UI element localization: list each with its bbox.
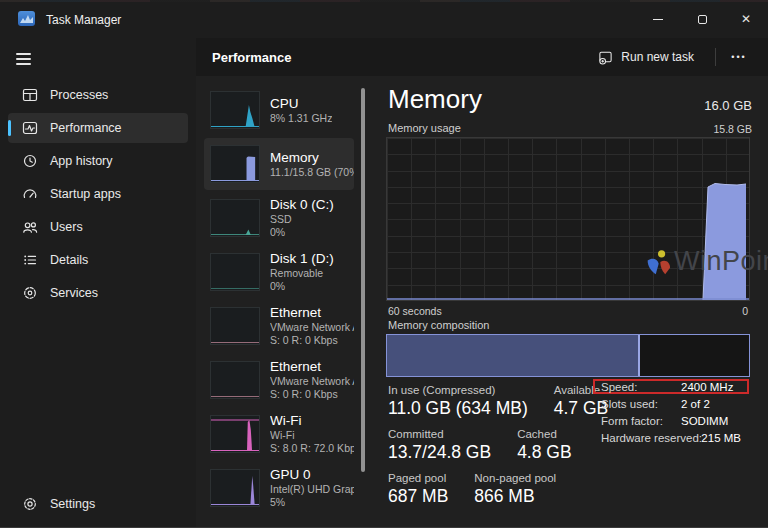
sidebar-item-app-history[interactable]: App history	[8, 146, 188, 176]
run-new-task-button[interactable]: Run new task	[588, 43, 704, 71]
gpu-mini-graph	[210, 469, 260, 507]
toolbar-divider	[715, 48, 716, 66]
run-new-task-label: Run new task	[621, 50, 694, 64]
sidebar-item-label: Users	[50, 220, 83, 234]
perf-item-title: Disk 0 (C:)	[270, 197, 334, 213]
perf-item-detail: 5%	[270, 496, 354, 509]
stat-paged-pool: Paged pool 687 MB	[388, 472, 448, 507]
perf-item-detail: 0%	[270, 226, 334, 239]
perf-item-cpu[interactable]: CPU 8% 1.31 GHz	[204, 84, 354, 136]
sidebar-item-processes[interactable]: Processes	[8, 80, 188, 110]
perf-item-ethernet-1[interactable]: Ethernet VMware Network Ad S: 0 R: 0 Kbp…	[204, 300, 354, 352]
perf-item-detail: Intel(R) UHD Graphi	[270, 483, 354, 496]
maximize-button[interactable]	[680, 2, 724, 36]
perf-item-title: Ethernet	[270, 359, 354, 375]
memory-usage-max: 15.8 GB	[713, 123, 752, 135]
sidebar-item-label: Settings	[50, 497, 95, 511]
detail-hardware-reserved: Hardware reserved: 215 MB	[593, 430, 749, 445]
perf-item-disk1[interactable]: Disk 1 (D:) Removable 0%	[204, 246, 354, 298]
ethernet-mini-graph	[210, 307, 260, 345]
memory-stats: In use (Compressed) 11.0 GB (634 MB) Ava…	[388, 384, 608, 516]
services-icon	[22, 285, 38, 301]
detail-speed-highlighted: Speed: 2400 MHz	[593, 379, 749, 394]
perf-item-detail: S: 8.0 R: 72.0 Kbps	[270, 442, 354, 455]
perf-item-detail: S: 0 R: 0 Kbps	[270, 334, 354, 347]
sidebar-item-label: Processes	[50, 88, 108, 102]
close-icon: ✕	[741, 13, 751, 25]
sidebar-item-performance[interactable]: Performance	[8, 113, 188, 143]
minimize-button[interactable]	[636, 2, 680, 36]
startup-apps-icon	[22, 186, 38, 202]
stat-cached: Cached 4.8 GB	[517, 428, 571, 463]
memory-composition-bar	[386, 334, 750, 377]
sidebar-item-label: Details	[50, 253, 88, 267]
sidebar-item-startup-apps[interactable]: Startup apps	[8, 179, 188, 209]
perf-item-detail: Wi-Fi	[270, 429, 354, 442]
sidebar-item-users[interactable]: Users	[8, 212, 188, 242]
memory-detail-panel: Memory 16.0 GB Memory usage 15.8 GB 60 s…	[380, 76, 768, 527]
perf-item-ethernet-2[interactable]: Ethernet VMware Network Ad S: 0 R: 0 Kbp…	[204, 354, 354, 406]
users-icon	[22, 219, 38, 235]
memory-total-capacity: 16.0 GB	[704, 98, 752, 113]
cpu-mini-graph	[210, 91, 260, 129]
hamburger-icon	[16, 53, 31, 55]
winpoin-logo-icon	[646, 249, 672, 275]
app-history-icon	[22, 153, 38, 169]
disk0-mini-graph	[210, 199, 260, 237]
performance-content: CPU 8% 1.31 GHz Memory 11.1/15.8 GB (70%…	[196, 76, 768, 527]
minimize-icon	[653, 19, 663, 20]
perf-item-title: CPU	[270, 96, 332, 112]
perf-item-title: Memory	[270, 150, 354, 166]
sidebar-item-label: Services	[50, 286, 98, 300]
list-scrollbar[interactable]	[361, 88, 365, 472]
sidebar-item-label: Performance	[50, 121, 122, 135]
perf-item-detail: 8% 1.31 GHz	[270, 112, 332, 125]
memory-composition-in-use-segment	[387, 335, 640, 376]
perf-item-title: GPU 0	[270, 467, 354, 483]
window-controls: ✕	[636, 2, 768, 36]
perf-item-detail: SSD	[270, 213, 334, 226]
perf-item-gpu[interactable]: GPU 0 Intel(R) UHD Graphi 5%	[204, 462, 354, 514]
perf-item-detail: 11.1/15.8 GB (70%)	[270, 166, 354, 179]
detail-form-factor: Form factor: SODIMM	[593, 413, 749, 428]
navigation-menu-button[interactable]	[10, 44, 46, 74]
sidebar-item-details[interactable]: Details	[8, 245, 188, 275]
sidebar-item-services[interactable]: Services	[8, 278, 188, 308]
detail-slots-used: Slots used: 2 of 2	[593, 396, 749, 411]
stat-committed: Committed 13.7/24.8 GB	[388, 428, 491, 463]
perf-item-wifi[interactable]: Wi-Fi Wi-Fi S: 8.0 R: 72.0 Kbps	[204, 408, 354, 460]
perf-item-title: Disk 1 (D:)	[270, 251, 334, 267]
sidebar-item-settings[interactable]: Settings	[8, 489, 188, 519]
command-bar: Performance Run new task •••	[196, 38, 768, 76]
memory-hardware-details: Speed: 2400 MHz Slots used: 2 of 2 Form …	[593, 379, 749, 447]
perf-item-detail: S: 0 R: 0 Kbps	[270, 388, 354, 401]
winpoin-watermark-text: WinPoin	[674, 246, 768, 277]
memory-usage-label: Memory usage	[388, 122, 461, 134]
settings-gear-icon	[22, 496, 38, 512]
perf-item-disk0[interactable]: Disk 0 (C:) SSD 0%	[204, 192, 354, 244]
page-title: Performance	[212, 50, 291, 65]
perf-item-memory[interactable]: Memory 11.1/15.8 GB (70%)	[204, 138, 354, 190]
close-button[interactable]: ✕	[724, 2, 768, 36]
perf-item-detail: Removable	[270, 267, 334, 280]
memory-composition-label: Memory composition	[388, 319, 489, 331]
memory-mini-graph	[210, 145, 260, 183]
perf-item-detail: VMware Network Ad	[270, 375, 354, 388]
sidebar-item-label: App history	[50, 154, 113, 168]
stat-in-use: In use (Compressed) 11.0 GB (634 MB)	[388, 384, 528, 419]
task-manager-app-icon	[18, 11, 35, 26]
performance-icon	[22, 120, 38, 136]
performance-list: CPU 8% 1.31 GHz Memory 11.1/15.8 GB (70%…	[196, 76, 380, 527]
window-title: Task Manager	[46, 13, 121, 27]
disk1-mini-graph	[210, 253, 260, 291]
memory-panel-title: Memory	[388, 84, 482, 115]
titlebar: Task Manager ✕	[0, 2, 768, 38]
perf-item-detail: 0%	[270, 280, 334, 293]
run-new-task-icon	[598, 50, 613, 65]
more-options-button[interactable]: •••	[724, 46, 754, 68]
details-icon	[22, 252, 38, 268]
perf-item-detail: VMware Network Ad	[270, 321, 354, 334]
perf-item-title: Wi-Fi	[270, 413, 354, 429]
stat-nonpaged-pool: Non-paged pool 866 MB	[474, 472, 556, 507]
sidebar-item-label: Startup apps	[50, 187, 121, 201]
